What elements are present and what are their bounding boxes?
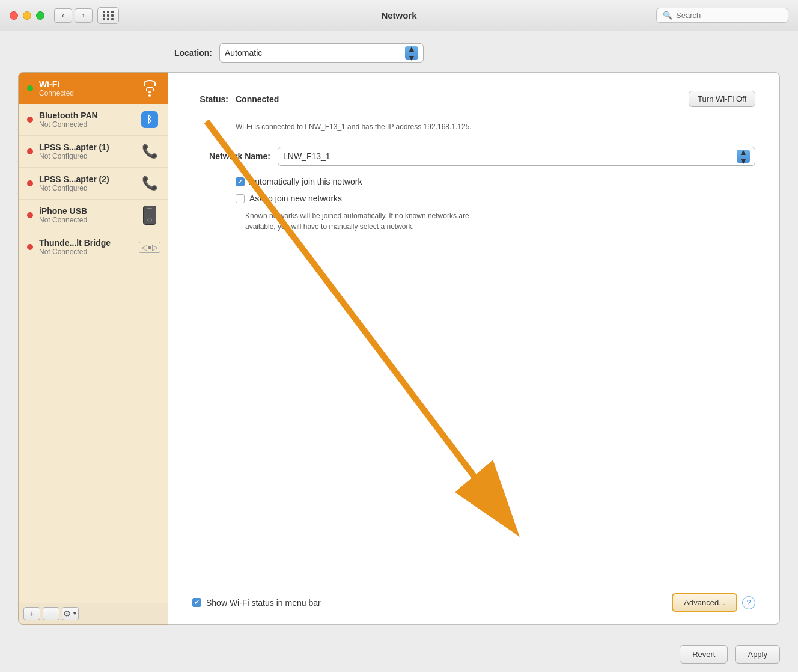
iphone-info: iPhone USB Not Connected (39, 206, 134, 224)
search-icon: 🔍 (663, 11, 672, 20)
titlebar: ‹ › Network 🔍 (0, 0, 798, 31)
network-name-select[interactable]: LNW_F13_1 ▲ ▼ (278, 147, 755, 166)
thunderbolt-status: Not Connected (39, 248, 134, 256)
main-content: Location: Automatic ▲ ▼ Wi-Fi Connected (0, 31, 798, 637)
ask-join-checkbox[interactable] (236, 194, 245, 203)
wifi-name: Wi-Fi (39, 79, 134, 89)
gear-chevron: ▼ (72, 611, 78, 617)
status-description: Wi-Fi is connected to LNW_F13_1 and has … (236, 121, 755, 132)
lpss2-status: Not Configured (39, 184, 134, 192)
sidebar-item-thunderbolt[interactable]: Thunde...lt Bridge Not Connected ◁●▷ (19, 231, 168, 263)
remove-network-button[interactable]: − (43, 607, 59, 620)
wifi-status: Connected (39, 89, 134, 97)
revert-button[interactable]: Revert (680, 645, 728, 664)
stepper-down: ▼ (407, 53, 416, 62)
status-value: Connected (236, 94, 279, 104)
network-stepper-down: ▼ (739, 157, 748, 165)
bluetooth-icon: ᛒ (140, 110, 159, 129)
lpss2-info: LPSS S...apter (2) Not Configured (39, 174, 134, 192)
bluetooth-name: Bluetooth PAN (39, 111, 134, 120)
bottom-buttons: Revert Apply (0, 637, 798, 672)
bluetooth-status: Not Connected (39, 120, 134, 129)
bottom-actions-row: ✓ Show Wi-Fi status in menu bar Advanced… (192, 593, 755, 612)
sidebar-item-iphone[interactable]: iPhone USB Not Connected (19, 200, 168, 231)
iphone-status: Not Connected (39, 216, 134, 224)
location-row: Location: Automatic ▲ ▼ (18, 43, 780, 63)
sidebar-item-wifi[interactable]: Wi-Fi Connected (19, 73, 168, 104)
sidebar-item-lpss2[interactable]: LPSS S...apter (2) Not Configured 📞 (19, 168, 168, 200)
body-panel: Wi-Fi Connected Bluetooth PAN (18, 72, 780, 625)
ask-join-row: Ask to join new networks (236, 194, 755, 203)
auto-join-checkmark: ✓ (237, 178, 243, 186)
minimize-button[interactable] (23, 11, 31, 20)
sidebar: Wi-Fi Connected Bluetooth PAN (18, 72, 168, 625)
iphone-icon-wrap (140, 206, 159, 225)
help-button[interactable]: ? (742, 596, 755, 609)
search-input[interactable] (676, 11, 782, 20)
gear-button[interactable]: ⚙ ▼ (62, 607, 79, 620)
status-row: Status: Connected Turn Wi-Fi Off (192, 91, 755, 107)
iphone-name: iPhone USB (39, 206, 134, 216)
back-button[interactable]: ‹ (54, 8, 72, 23)
location-select[interactable]: Automatic ▲ ▼ (219, 43, 424, 63)
advanced-group: Advanced... ? (672, 593, 755, 612)
show-wifi-label: Show Wi-Fi status in menu bar (206, 598, 321, 608)
lpss2-name: LPSS S...apter (2) (39, 174, 134, 184)
right-panel: Status: Connected Turn Wi-Fi Off Wi-Fi i… (168, 72, 780, 625)
lpss1-icon: 📞 (140, 142, 159, 161)
network-name-row: Network Name: LNW_F13_1 ▲ ▼ (192, 147, 755, 166)
status-dot-lpss1 (27, 148, 33, 154)
location-value: Automatic (225, 48, 262, 58)
sidebar-item-bluetooth[interactable]: Bluetooth PAN Not Connected ᛒ (19, 104, 168, 136)
forward-button[interactable]: › (75, 8, 93, 23)
bluetooth-info: Bluetooth PAN Not Connected (39, 111, 134, 129)
stepper-icon: ▲ ▼ (405, 46, 418, 60)
status-dot-bluetooth (27, 117, 33, 123)
traffic-lights (10, 11, 44, 20)
auto-join-label: Automatically join this network (249, 177, 362, 186)
sidebar-item-lpss1[interactable]: LPSS S...apter (1) Not Configured 📞 (19, 136, 168, 168)
network-name-stepper: ▲ ▼ (737, 150, 750, 163)
ask-join-label: Ask to join new networks (249, 194, 342, 203)
status-dot-lpss2 (27, 180, 33, 186)
search-bar[interactable]: 🔍 (656, 8, 788, 23)
show-wifi-checkbox[interactable]: ✓ (192, 598, 201, 607)
wifi-icon (140, 79, 159, 98)
advanced-button[interactable]: Advanced... (672, 593, 737, 612)
sidebar-toolbar: + − ⚙ ▼ (19, 603, 168, 624)
location-label: Location: (174, 48, 212, 58)
thunderbolt-name: Thunde...lt Bridge (39, 238, 134, 248)
status-label: Status: (192, 94, 228, 104)
wifi-info: Wi-Fi Connected (39, 79, 134, 97)
auto-join-row: ✓ Automatically join this network (236, 177, 755, 186)
gear-icon: ⚙ (63, 609, 71, 619)
lpss2-icon: 📞 (140, 174, 159, 193)
turn-wifi-button[interactable]: Turn Wi-Fi Off (689, 91, 755, 107)
window-title: Network (381, 10, 416, 20)
apply-button[interactable]: Apply (735, 645, 780, 664)
grid-button[interactable] (97, 7, 119, 24)
network-name-label: Network Name: (192, 151, 270, 161)
zoom-button[interactable] (36, 11, 44, 20)
thunderbolt-info: Thunde...lt Bridge Not Connected (39, 238, 134, 256)
show-wifi-checkmark: ✓ (194, 599, 200, 606)
status-dot-iphone (27, 212, 33, 218)
close-button[interactable] (10, 11, 18, 20)
add-network-button[interactable]: + (23, 607, 40, 620)
network-stepper-up: ▲ (739, 148, 748, 156)
status-dot-thunderbolt (27, 244, 33, 250)
lpss1-info: LPSS S...apter (1) Not Configured (39, 142, 134, 160)
thunderbolt-icon: ◁●▷ (140, 237, 159, 257)
nav-buttons: ‹ › (54, 8, 93, 23)
grid-icon (103, 11, 114, 20)
lpss1-name: LPSS S...apter (1) (39, 142, 134, 152)
ask-join-checkbox-wrap: Ask to join new networks (236, 194, 342, 203)
status-dot-wifi (27, 85, 33, 91)
lpss1-status: Not Configured (39, 152, 134, 160)
ask-join-description: Known networks will be joined automatica… (245, 210, 498, 232)
auto-join-checkbox[interactable]: ✓ (236, 177, 245, 186)
show-wifi-row: ✓ Show Wi-Fi status in menu bar (192, 598, 321, 608)
network-name-value: LNW_F13_1 (283, 151, 330, 161)
auto-join-checkbox-wrap: ✓ Automatically join this network (236, 177, 362, 186)
stepper-up: ▲ (407, 44, 416, 53)
